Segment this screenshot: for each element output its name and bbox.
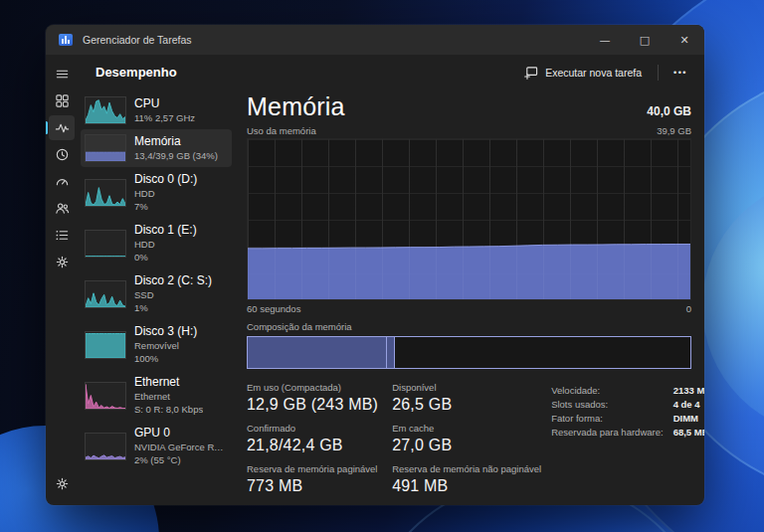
nav-details[interactable] (49, 223, 75, 248)
stat-label: Disponível (392, 382, 541, 393)
detail-label: Slots usados: (551, 399, 663, 410)
settings-gear-icon (55, 476, 70, 491)
stat-label: Em uso (Compactada) (247, 382, 378, 393)
sidebar-item-subtitle: 100% (134, 352, 197, 365)
hamburger-icon (55, 67, 70, 82)
stat-value: 773 MB (247, 477, 378, 495)
task-manager-window: Gerenciador de Tarefas — □ ✕ (46, 25, 704, 505)
sidebar-item-disk3[interactable]: Disco 3 (H:) Removível 100% (81, 319, 232, 370)
sidebar-item-title: GPU 0 (134, 426, 227, 441)
sidebar-item-title: CPU (134, 96, 195, 111)
app-history-icon (55, 147, 70, 162)
sidebar-item-subtitle: 0% (134, 251, 197, 264)
stat-value: 27,0 GB (392, 437, 541, 454)
memory-panel: Memória 40,0 GB Uso da memória 39,9 GB 6… (235, 89, 704, 505)
details-icon (55, 228, 70, 243)
desktop-wallpaper: Gerenciador de Tarefas — □ ✕ (0, 0, 764, 532)
cpu-mini-graph (86, 97, 125, 123)
stat-available: Disponível 26,5 GB (392, 382, 541, 414)
performance-icon (55, 120, 70, 135)
nav-startup-apps[interactable] (49, 169, 75, 194)
stat-non-paged-pool: Reserva de memória não paginável 491 MB (392, 463, 541, 495)
disk1-mini-graph (86, 231, 125, 257)
stat-value: 491 MB (392, 477, 541, 495)
page-header: Desempenho Executar nova tarefa ••• (78, 55, 704, 89)
disk3-mini-graph (86, 332, 125, 358)
nav-app-history[interactable] (49, 142, 75, 167)
sidebar-item-subtitle: S: 0 R: 8,0 Kbps (134, 403, 203, 416)
x-axis-left-label: 60 segundos (247, 303, 300, 314)
stat-label: Reserva de memória paginável (247, 463, 378, 474)
memory-mini-graph (86, 135, 125, 161)
usage-chart-max: 39,9 GB (657, 125, 691, 136)
window-controls: — □ ✕ (585, 25, 704, 55)
maximize-icon: □ (640, 34, 650, 47)
page-title: Desempenho (96, 65, 177, 80)
sidebar-item-cpu[interactable]: CPU 11% 2,57 GHz (81, 91, 232, 129)
window-title: Gerenciador de Tarefas (83, 34, 192, 46)
sidebar-item-subtitle: SSD (134, 288, 212, 301)
sidebar-item-disk0[interactable]: Disco 0 (D:) HDD 7% (81, 167, 232, 218)
maximize-button[interactable]: □ (625, 25, 665, 55)
detail-label: Fator forma: (551, 413, 663, 424)
sidebar-item-subtitle: Removível (134, 339, 197, 352)
nav-services[interactable] (49, 250, 75, 274)
settings-button[interactable] (49, 471, 75, 496)
sidebar-item-disk2[interactable]: Disco 2 (C: S:) SSD 1% (81, 268, 232, 319)
composition-label: Composição da memória (247, 321, 691, 332)
minimize-button[interactable]: — (585, 25, 625, 55)
stat-value: 26,5 GB (392, 396, 541, 414)
startup-apps-icon (55, 174, 70, 189)
sidebar-item-ethernet[interactable]: Ethernet Ethernet S: 0 R: 8,0 Kbps (81, 370, 232, 421)
sidebar-item-subtitle: HDD (134, 187, 197, 200)
sidebar-item-subtitle: NVIDIA GeForce RTX ... (134, 441, 227, 453)
memory-title: Memória (247, 91, 345, 121)
nav-users[interactable] (49, 196, 75, 221)
detail-label: Velocidade: (551, 385, 663, 396)
sidebar-item-title: Disco 3 (H:) (134, 324, 197, 339)
detail-value: 2133 MHz (673, 385, 704, 396)
stat-paged-pool: Reserva de memória paginável 773 MB (247, 463, 378, 495)
sidebar-item-subtitle: 2% (55 °C) (134, 453, 227, 466)
x-axis-right-label: 0 (686, 303, 691, 314)
memory-total: 40,0 GB (647, 104, 691, 121)
sidebar-item-memory[interactable]: Memória 13,4/39,9 GB (34%) (81, 129, 232, 167)
titlebar[interactable]: Gerenciador de Tarefas — □ ✕ (46, 25, 704, 55)
minimize-icon: — (600, 34, 611, 47)
menu-button[interactable] (49, 62, 75, 87)
stat-committed: Confirmado 21,8/42,4 GB (247, 423, 378, 454)
stat-in-use: Em uso (Compactada) 12,9 GB (243 MB) (247, 382, 378, 414)
nav-performance[interactable] (49, 115, 75, 140)
sidebar-item-subtitle: 13,4/39,9 GB (34%) (134, 149, 218, 162)
sidebar-item-title: Memória (134, 134, 218, 149)
memory-composition-bar[interactable] (247, 336, 691, 369)
task-manager-icon (59, 34, 73, 46)
memory-usage-area (248, 139, 690, 299)
stat-label: Em cache (392, 423, 541, 434)
performance-sidebar: CPU 11% 2,57 GHz Memória 13,4/39,9 GB (3… (78, 89, 235, 505)
detail-value: 68,5 MB (673, 427, 704, 438)
memory-usage-chart[interactable] (247, 138, 691, 300)
stat-cached: Em cache 27,0 GB (392, 423, 541, 454)
usage-chart-label: Uso da memória (247, 125, 316, 136)
close-button[interactable]: ✕ (665, 25, 704, 55)
sidebar-item-gpu0[interactable]: GPU 0 NVIDIA GeForce RTX ... 2% (55 °C) (81, 421, 232, 471)
sidebar-item-disk1[interactable]: Disco 1 (E:) HDD 0% (81, 218, 232, 268)
sidebar-item-title: Disco 1 (E:) (134, 223, 197, 238)
header-divider (658, 65, 659, 81)
ethernet-mini-graph (86, 383, 125, 409)
composition-modified (387, 337, 395, 368)
more-options-button[interactable]: ••• (665, 63, 696, 83)
processes-icon (55, 93, 70, 108)
detail-label: Reservada para hardware: (551, 427, 663, 438)
users-icon (55, 201, 70, 216)
detail-value: DIMM (673, 413, 704, 424)
nav-processes[interactable] (49, 89, 75, 113)
sidebar-item-subtitle: HDD (134, 238, 197, 251)
stat-label: Confirmado (247, 423, 378, 434)
sidebar-item-title: Ethernet (134, 375, 203, 390)
run-new-task-button[interactable]: Executar nova tarefa (514, 61, 652, 85)
sidebar-item-subtitle: 11% 2,57 GHz (134, 111, 195, 124)
navigation-rail (46, 55, 78, 505)
detail-value: 4 de 4 (673, 399, 704, 410)
